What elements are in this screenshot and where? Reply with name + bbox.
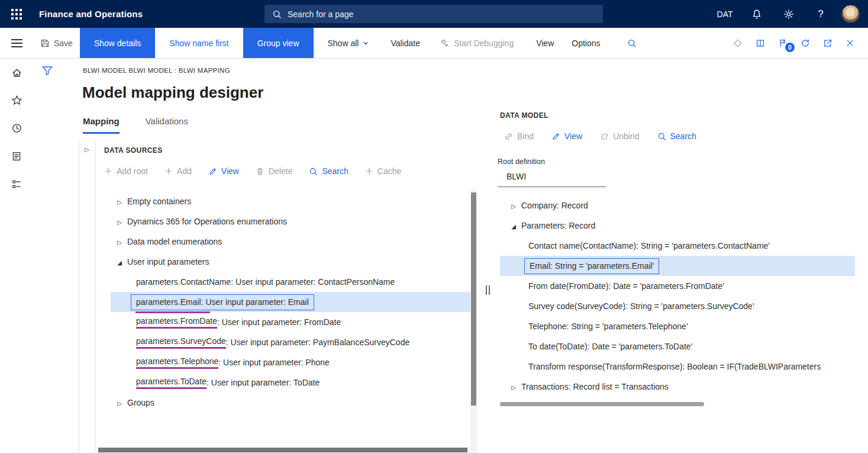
tree-item-label: Empty containers [127,197,191,206]
tree-item-label: Telephone: String = 'parameters.Telephon… [528,322,688,331]
tree-item-label: Transform response(TransformResponse): B… [528,362,821,371]
tree-item-email-selected[interactable]: parameters.Email: User input parameter: … [111,292,470,312]
tree-collapsed-icon[interactable] [112,197,127,206]
unbind-button[interactable]: Unbind [600,131,639,141]
save-button[interactable]: Save [33,28,80,58]
bind-button[interactable]: Bind [504,131,534,141]
nav-workspaces-button[interactable] [0,170,33,198]
tree-item-fromdate[interactable]: parameters.FromDate: User input paramete… [98,312,470,332]
tree-item-data-model-enumerations[interactable]: Data model enumerations [98,232,470,252]
star-icon [11,95,22,106]
page-search-input[interactable] [288,9,595,19]
tree-item-email-selected[interactable]: Email: String = 'parameters.Email' [500,256,855,276]
dm-search-button[interactable]: Search [657,131,696,141]
group-view-button[interactable]: Group view [243,28,314,58]
search-icon [657,132,666,141]
tree-item-contactname[interactable]: parameters.ContactName: User input param… [98,272,470,292]
tree-item-label: Dynamics 365 for Operations enumerations [127,217,287,226]
cache-label: Cache [377,166,401,176]
page-title: Model mapping designer [82,83,263,101]
tree-item-parameters[interactable]: Parameters: Record [500,216,855,236]
messages-button[interactable]: 0 [772,38,794,48]
tree-item-label: : User input parameter: Phone [218,358,330,367]
tree-item-telephone[interactable]: parameters.Telephone: User input paramet… [98,352,470,372]
tree-collapsed-icon[interactable] [112,217,127,226]
open-in-new-window-button[interactable] [817,38,839,48]
add-button[interactable]: Add [164,166,192,176]
settings-button[interactable] [773,0,805,28]
tree-expanded-icon[interactable] [112,257,127,266]
options-menu[interactable]: Options [564,28,607,58]
help-button[interactable] [805,0,837,28]
panel-splitter-handle[interactable] [483,285,492,295]
view-menu[interactable]: View [529,28,561,58]
notifications-button[interactable] [741,0,773,28]
tree-item-company[interactable]: Company: Record [500,195,855,216]
tree-item-empty-containers[interactable]: Empty containers [98,191,470,211]
data-sources-horizontal-scrollbar[interactable] [98,447,472,453]
dm-view-button[interactable]: View [551,131,582,141]
message-count-badge: 0 [785,43,795,52]
tree-collapsed-icon[interactable] [112,398,127,407]
root-definition-field[interactable]: BLWI [498,171,606,187]
tree-item-d365-enumerations[interactable]: Dynamics 365 for Operations enumerations [98,211,470,232]
tree-item-from-date[interactable]: From date(FromDate): Date = 'parameters.… [500,276,855,296]
tree-item-prefix: parameters.ToDate [136,377,206,389]
tree-item-groups[interactable]: Groups [98,393,470,413]
scrollbar-thumb[interactable] [471,192,476,406]
tab-validations[interactable]: Validations [146,116,188,134]
close-button[interactable] [839,38,861,47]
tree-collapsed-icon[interactable] [506,201,521,210]
tree-item-contact-name[interactable]: Contact name(ContactName): String = 'par… [500,236,855,256]
tree-item-telephone[interactable]: Telephone: String = 'parameters.Telephon… [500,316,855,336]
tree-item-survey-code[interactable]: Survey code(SurveyCode): String = 'param… [500,296,855,316]
menu-button[interactable] [0,28,33,58]
refresh-button[interactable] [794,38,817,48]
filter-button[interactable] [41,65,53,76]
tree-item-transactions[interactable]: Transactions: Record list = Transactions [500,377,855,397]
start-debugging-button[interactable]: Start Debugging [433,28,521,58]
task-recorder-button[interactable] [749,38,772,48]
cache-button[interactable]: Cache [365,166,401,176]
pane-collapse-icon[interactable] [85,146,89,153]
tree-item-user-input-parameters[interactable]: User input parameters [98,252,470,272]
find-button[interactable] [621,28,643,58]
environment-label[interactable]: DAT [709,0,741,28]
tree-collapsed-icon[interactable] [112,237,127,246]
tab-mapping[interactable]: Mapping [83,116,120,134]
tree-item-label: Company: Record [521,201,588,210]
app-launcher-button[interactable] [0,0,33,28]
tree-expanded-icon[interactable] [506,221,521,230]
tree-item-to-date[interactable]: To date(ToDate): Date = 'parameters.ToDa… [500,336,855,356]
pencil-icon [208,167,217,176]
feedback-button[interactable] [727,38,749,48]
nav-favorites-button[interactable] [0,86,33,114]
tree-item-transform-response[interactable]: Transform response(TransformResponse): B… [500,356,855,377]
data-sources-vertical-scrollbar[interactable] [470,189,477,453]
tree-item-label: Transactions: Record list = Transactions [521,382,669,391]
nav-recent-button[interactable] [0,114,33,142]
popout-icon [823,38,832,48]
data-model-horizontal-scrollbar[interactable] [500,402,855,407]
ds-view-button[interactable]: View [208,166,239,176]
scrollbar-thumb[interactable] [500,402,704,406]
nav-forms-button[interactable] [0,142,33,170]
tree-collapsed-icon[interactable] [506,382,521,391]
avatar[interactable] [841,5,860,23]
show-all-dropdown[interactable]: Show all [321,28,377,58]
ds-search-button[interactable]: Search [309,166,348,176]
split-panel-icon [756,38,765,48]
tree-item-label: Email: String = 'parameters.Email' [530,261,654,271]
scrollbar-thumb[interactable] [98,448,467,452]
search-icon [627,38,637,48]
tree-item-surveycode[interactable]: parameters.SurveyCode: User input parame… [98,332,470,352]
delete-button[interactable]: Delete [256,166,292,176]
pane-collapse-strip [79,139,95,453]
show-details-button[interactable]: Show details [80,28,155,58]
add-root-button[interactable]: Add root [104,166,148,176]
tree-item-todate[interactable]: parameters.ToDate: User input parameter:… [98,372,470,393]
nav-home-button[interactable] [0,59,33,86]
show-name-first-button[interactable]: Show name first [155,28,243,58]
page-search-box[interactable] [264,5,603,23]
validate-button[interactable]: Validate [383,28,427,58]
